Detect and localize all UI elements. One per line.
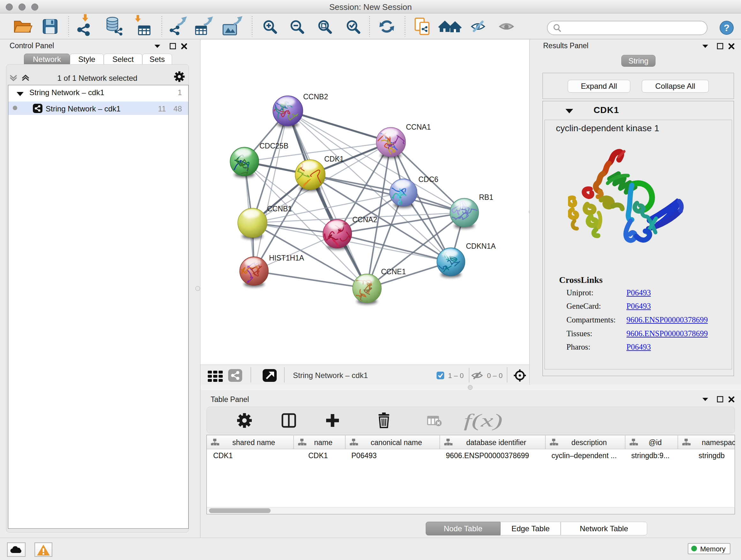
svg-text:String Network – cdk1: String Network – cdk1 bbox=[293, 371, 368, 380]
svg-text:database identifier: database identifier bbox=[466, 438, 526, 447]
svg-text:CDKN1A: CDKN1A bbox=[466, 242, 496, 250]
svg-text:HIST1H1A: HIST1H1A bbox=[269, 254, 305, 262]
svg-text:RB1: RB1 bbox=[479, 193, 493, 201]
svg-text:namespace: namespace bbox=[702, 438, 735, 447]
svg-text:CDK1: CDK1 bbox=[324, 155, 344, 163]
svg-text:canonical name: canonical name bbox=[370, 438, 422, 447]
svg-text:CCNA1: CCNA1 bbox=[406, 123, 431, 131]
svg-text:f(x): f(x) bbox=[464, 411, 502, 431]
svg-text:name: name bbox=[314, 438, 333, 447]
svg-text:?: ? bbox=[724, 22, 730, 33]
svg-text:CDC6: CDC6 bbox=[418, 175, 439, 184]
svg-text:CCNA2: CCNA2 bbox=[352, 215, 377, 224]
svg-text:CCNB2: CCNB2 bbox=[303, 92, 328, 101]
svg-text:CCNE1: CCNE1 bbox=[381, 267, 406, 276]
svg-text:CDC25B: CDC25B bbox=[259, 142, 288, 150]
svg-text:0 – 0: 0 – 0 bbox=[487, 372, 502, 380]
svg-text:description: description bbox=[571, 438, 607, 447]
svg-text:shared name: shared name bbox=[232, 438, 275, 447]
svg-text:@id: @id bbox=[649, 438, 662, 447]
svg-text:1 – 0: 1 – 0 bbox=[448, 372, 464, 380]
svg-text:CCNB1: CCNB1 bbox=[267, 205, 292, 213]
